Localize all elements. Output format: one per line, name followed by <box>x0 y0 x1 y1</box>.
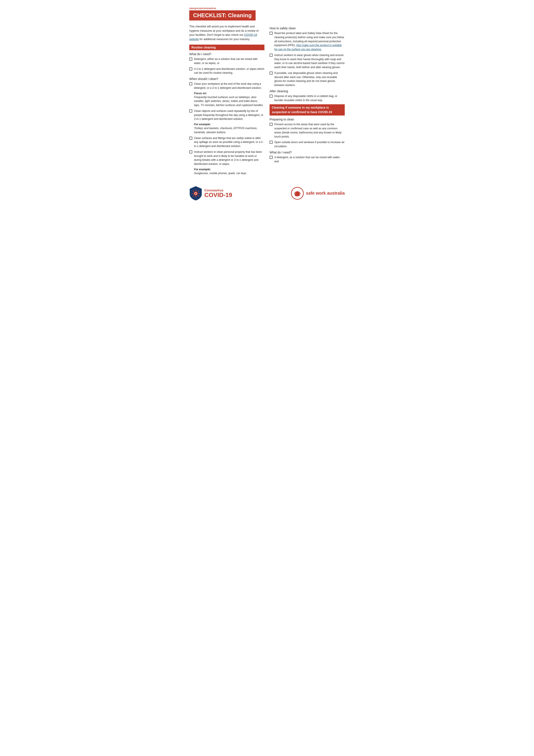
list-item: Clean your workplace at the end of the w… <box>189 82 265 90</box>
when-should-i-clean-title: When should I clean? <box>189 77 265 81</box>
checkbox-icon[interactable] <box>189 137 192 140</box>
left-column: This checklist will assist you to implem… <box>189 24 265 177</box>
for-example2-block: For example: Sunglasses, mobile phones, … <box>194 168 265 176</box>
svg-line-7 <box>198 191 198 191</box>
main-title: CHECKLIST: Cleaning <box>193 12 252 18</box>
shield-icon <box>189 186 202 201</box>
checkbox-text: If possible, use disposable gloves when … <box>274 71 345 87</box>
list-item: Read the product label and Safety Data S… <box>269 31 345 51</box>
what-do-i-need-title: What do I need? <box>189 52 265 56</box>
for-example-text: Trolleys and baskets, checkouts, EFTPOS … <box>194 126 265 134</box>
checkbox-icon[interactable] <box>269 156 273 159</box>
checkbox-icon[interactable] <box>189 82 192 85</box>
main-title-box: CHECKLIST: Cleaning <box>189 10 256 20</box>
checkbox-text: Clean objects and surfaces used repeated… <box>194 109 265 121</box>
svg-line-5 <box>193 191 193 191</box>
focus-on-block: Focus on: Frequently touched surfaces su… <box>194 92 265 107</box>
checkbox-icon[interactable] <box>189 68 192 70</box>
swa-kangaroo-icon <box>291 187 304 200</box>
preparing-to-clean-title: Preparing to clean <box>269 118 345 121</box>
covid19-label: COVID-19 <box>204 192 232 198</box>
list-item: Open outside doors and windows if possib… <box>269 140 345 148</box>
svg-point-10 <box>195 193 196 194</box>
site-url: swa.gov.au/coronavirus <box>189 7 345 10</box>
checkbox-text: Prevent access to the areas that were us… <box>274 122 345 139</box>
covid-section-header: Cleaning if someone in my workplace is s… <box>269 104 345 116</box>
list-item: Clean surfaces and fittings that are vis… <box>189 136 265 148</box>
checkbox-icon[interactable] <box>269 94 273 97</box>
swa-logo: safe work australia <box>291 187 345 200</box>
checkbox-text: Clean surfaces and fittings that are vis… <box>194 136 265 148</box>
list-item: Instruct workers to clean personal prope… <box>189 150 265 166</box>
checkbox-icon[interactable] <box>269 141 273 144</box>
checkbox-icon[interactable] <box>269 32 273 35</box>
footer: Coronavirus COVID-19 safe work australia <box>189 184 345 201</box>
list-item: A 2-in-1 detergent and disinfectant solu… <box>189 67 265 75</box>
how-to-safely-clean-title: How to safely clean <box>269 27 345 30</box>
list-item: Clean objects and surfaces used repeated… <box>189 109 265 121</box>
checkbox-text: Instruct workers to wear gloves when cle… <box>274 53 345 69</box>
list-item: Detergent, either as a solution that can… <box>189 57 265 65</box>
focus-on-label: Focus on: <box>194 92 265 95</box>
covid-text-block: Coronavirus COVID-19 <box>204 188 232 198</box>
checkbox-text: A 2-in-1 detergent and disinfectant solu… <box>194 67 265 75</box>
checkbox-icon[interactable] <box>269 123 273 126</box>
list-item: Instruct workers to wear gloves when cle… <box>269 53 345 69</box>
covid-logo: Coronavirus COVID-19 <box>189 186 232 201</box>
what-need-title: What do I need? <box>269 150 345 154</box>
checkbox-text: Clean your workplace at the end of the w… <box>194 82 265 90</box>
for-example-label: For example: <box>194 123 265 126</box>
list-item: Prevent access to the areas that were us… <box>269 122 345 139</box>
checkbox-text: Instruct workers to clean personal prope… <box>194 150 265 166</box>
routine-cleaning-header: Routine cleaning <box>189 44 265 50</box>
list-item: Dispose of any disposable cloths in a ru… <box>269 94 345 102</box>
checkbox-text: Detergent, either as a solution that can… <box>194 57 265 65</box>
after-cleaning-title: After cleaning <box>269 90 345 93</box>
intro-text: This checklist will assist you to implem… <box>189 24 265 41</box>
list-item: If possible, use disposable gloves when … <box>269 71 345 87</box>
svg-line-6 <box>198 196 198 196</box>
checkbox-text: Dispose of any disposable cloths in a ru… <box>274 94 345 102</box>
checkbox-icon[interactable] <box>189 109 192 113</box>
checkbox-icon[interactable] <box>269 54 273 57</box>
for-example2-label: For example: <box>194 168 265 171</box>
checkbox-icon[interactable] <box>189 58 192 61</box>
for-example-block: For example: Trolleys and baskets, check… <box>194 123 265 134</box>
svg-line-8 <box>193 196 193 196</box>
checkbox-text: Open outside doors and windows if possib… <box>274 140 345 148</box>
swa-text: safe work australia <box>306 191 345 196</box>
checkbox-text: Read the product label and Safety Data S… <box>274 31 345 51</box>
list-item: A detergent, as a solution that can be m… <box>269 155 345 164</box>
checkbox-text: A detergent, as a solution that can be m… <box>274 155 345 164</box>
checkbox-icon[interactable] <box>269 71 273 74</box>
for-example2-text: Sunglasses, mobile phones, ipads, car ke… <box>194 171 265 176</box>
right-column: How to safely clean Read the product lab… <box>269 24 345 177</box>
checkbox-icon[interactable] <box>189 150 192 153</box>
focus-on-text: Frequently touched surfaces such as tabl… <box>194 95 265 107</box>
